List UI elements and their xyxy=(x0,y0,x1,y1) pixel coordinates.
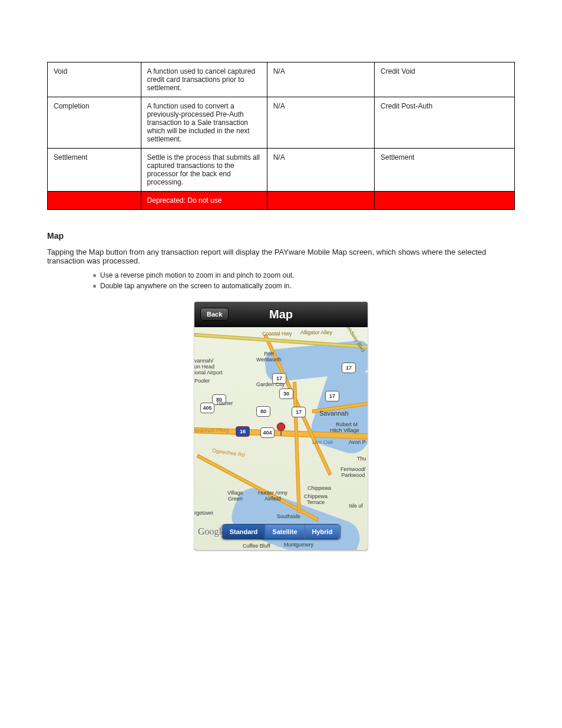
cell xyxy=(375,192,515,210)
map-label: Hitch Village xyxy=(330,427,359,433)
cell xyxy=(48,192,141,210)
map-label: vannah/ xyxy=(194,358,213,364)
map-label: Harner xyxy=(217,400,233,406)
list-item: Double tap anywhere on the screen to aut… xyxy=(100,282,515,290)
segment-hybrid[interactable]: Hybrid xyxy=(305,525,340,539)
cell: A function used to convert a previously-… xyxy=(141,97,267,149)
back-button[interactable]: Back xyxy=(200,308,229,321)
map-label: Robert M xyxy=(336,421,358,427)
map-canvas[interactable]: 80 405 80 17 30 17 404 17 17 16 Coastal … xyxy=(194,327,368,550)
map-label: avannah Pkwy xyxy=(194,427,229,433)
route-shield: 30 xyxy=(279,388,293,399)
transactions-table: Void A function used to cancel captured … xyxy=(47,62,515,210)
interstate-shield: 16 xyxy=(236,426,250,437)
cell: N/A xyxy=(267,97,374,149)
segment-standard[interactable]: Standard xyxy=(223,525,266,539)
document-page: Void A function used to cancel captured … xyxy=(0,62,562,728)
table-row: Void A function used to cancel captured … xyxy=(48,62,515,97)
map-label: ional Airport xyxy=(194,370,223,375)
cell: Settlement xyxy=(48,149,141,192)
map-label: Montgomery xyxy=(284,542,313,548)
tips-list: Use a reverse pinch motion to zoom in an… xyxy=(47,271,515,290)
route-shield: 17 xyxy=(342,363,356,373)
route-shield: 404 xyxy=(260,427,275,438)
cell xyxy=(267,192,374,210)
map-label: Avon P xyxy=(349,439,366,445)
cell: N/A xyxy=(267,149,374,192)
map-label: Isle of xyxy=(349,503,363,509)
map-label: Garden City xyxy=(256,381,285,387)
table-row-deprecated: Deprecated: Do not use xyxy=(48,192,515,210)
route-shield: 80 xyxy=(256,406,270,417)
section-heading: Map xyxy=(47,231,515,241)
map-type-segmented: Standard Satellite Hybrid xyxy=(222,524,340,539)
route-shield: 17 xyxy=(292,407,306,417)
phone-mockup: Back Map xyxy=(194,302,368,550)
map-label: Ogeechee Rd xyxy=(212,447,245,458)
map-label: Hunter Army Airfield xyxy=(258,490,287,502)
map-label: Live Oak xyxy=(312,439,333,445)
list-item: Use a reverse pinch motion to zoom in an… xyxy=(100,271,515,279)
cell: Credit Post-Auth xyxy=(375,97,515,149)
road xyxy=(293,382,301,513)
route-shield: 405 xyxy=(200,403,214,413)
cell: Deprecated: Do not use xyxy=(141,192,267,210)
map-pin-icon xyxy=(277,423,285,431)
map-label: Southside xyxy=(277,513,300,519)
section-intro: Tapping the Map button from any transact… xyxy=(47,248,515,265)
map-section: Map Tapping the Map button from any tran… xyxy=(47,231,515,550)
map-label: Pooler xyxy=(194,378,210,384)
map-label: Savannah xyxy=(319,410,349,417)
cell: Void xyxy=(48,62,141,97)
cell: Settle is the process that submits all c… xyxy=(141,149,267,192)
map-label: Fernwood/ Parkwood xyxy=(340,466,366,478)
cell: Settlement xyxy=(375,149,515,192)
segment-satellite[interactable]: Satellite xyxy=(265,525,305,539)
map-label: Chippewa Terrace xyxy=(304,493,328,505)
map-label: Coffee Bluff xyxy=(243,543,270,549)
route-shield: 17 xyxy=(325,391,339,401)
cell: Completion xyxy=(48,97,141,149)
cell: A function used to cancel captured credi… xyxy=(141,62,267,97)
map-label: on Head xyxy=(194,364,214,370)
map-label: Coastal Hwy xyxy=(262,331,292,337)
map-label: Alligator Alley xyxy=(300,330,332,335)
cell: Credit Void xyxy=(375,62,515,97)
map-label: Port Wentworth xyxy=(256,351,282,363)
map-label: Village Green xyxy=(227,490,243,502)
table-row: Completion A function used to convert a … xyxy=(48,97,515,149)
map-label: Thu xyxy=(357,456,366,462)
phone-header: Back Map xyxy=(194,302,368,327)
table-row: Settlement Settle is the process that su… xyxy=(48,149,515,192)
cell: N/A xyxy=(267,62,374,97)
map-label: rgetown xyxy=(194,510,213,516)
map-label: Chippewa xyxy=(308,485,331,491)
